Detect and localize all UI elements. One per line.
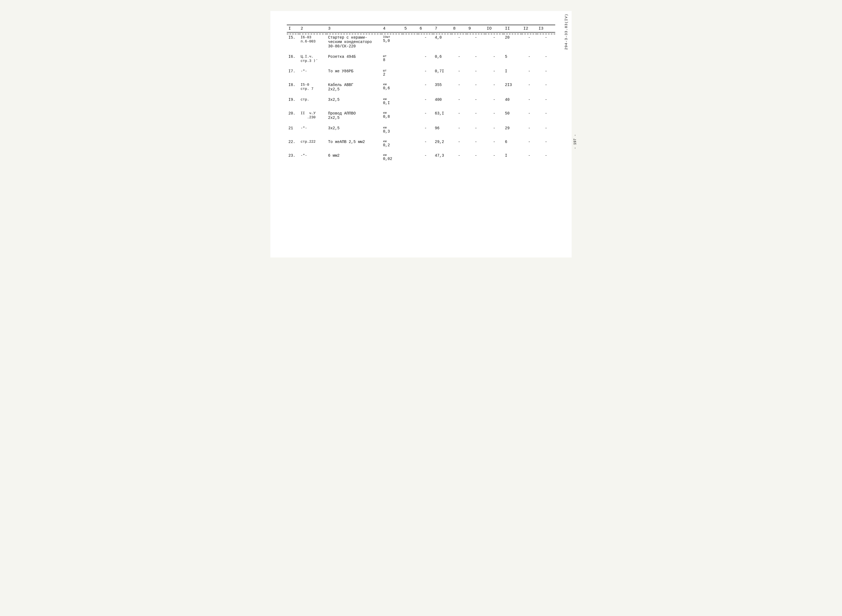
col-header-4: 4 xyxy=(381,25,403,32)
row-unit-qty: шт8 xyxy=(381,53,403,64)
col8-cell: - xyxy=(452,139,467,148)
col11-value: 6 xyxy=(503,139,522,148)
unit-label: км xyxy=(383,83,401,86)
col-header-7: 7 xyxy=(433,25,452,32)
col-header-11: II xyxy=(503,25,522,32)
unit-label: шт xyxy=(383,54,401,58)
col6-cell: - xyxy=(418,68,433,78)
qty-value: 0,3 xyxy=(383,129,390,133)
row-ref: стр.222 xyxy=(299,139,327,148)
col11-value: 2I3 xyxy=(503,82,522,92)
row-desc: 3х2,5 xyxy=(327,97,381,106)
col11-value: 40 xyxy=(503,97,522,106)
unit-label: км xyxy=(383,140,401,143)
col6-cell: - xyxy=(418,152,433,162)
row-unit-qty: км0,6 xyxy=(381,82,403,92)
qty-value: 0,2 xyxy=(383,143,390,147)
col9-cell: - xyxy=(467,53,485,64)
row-unit-qty: IОшт5,0 xyxy=(381,34,403,50)
row-unit-qty: км0,I xyxy=(381,97,403,106)
col13-cell: - xyxy=(537,139,555,148)
col11-value: I xyxy=(503,68,522,78)
spacer-row xyxy=(287,64,555,68)
col5-cell xyxy=(403,68,418,78)
col13-cell: - xyxy=(537,34,555,50)
col6-cell: - xyxy=(418,53,433,64)
col13-cell: - xyxy=(537,68,555,78)
row-num: 21 xyxy=(287,125,299,135)
col7-value: 4,0 xyxy=(433,34,452,50)
col-header-9: 9 xyxy=(467,25,485,32)
col12-cell: - xyxy=(522,82,537,92)
page-container: 294-3-33.83(IV) I 2 3 4 5 6 xyxy=(270,11,572,257)
table-row: I8.I5-0 стр. 7Кабель АВВГ 2х2,5км0,6-355… xyxy=(287,82,555,92)
col-header-12: I2 xyxy=(522,25,537,32)
row-unit-qty: км0,3 xyxy=(381,125,403,135)
col5-cell xyxy=(403,97,418,106)
col11-value: 50 xyxy=(503,110,522,121)
spacer-row xyxy=(287,121,555,125)
col-header-10: IO xyxy=(485,25,503,32)
unit-label: км xyxy=(383,111,401,114)
col-header-3: 3 xyxy=(327,25,381,32)
row-desc: То же У86РБ xyxy=(327,68,381,78)
unit-label: км xyxy=(383,126,401,129)
col5-cell xyxy=(403,82,418,92)
col6-cell: - xyxy=(418,97,433,106)
row-desc: Кабель АВВГ 2х2,5 xyxy=(327,82,381,92)
col9-cell: - xyxy=(467,97,485,106)
col7-value: 63,I xyxy=(433,110,452,121)
col8-cell: - xyxy=(452,68,467,78)
side-page-number: - 197 - xyxy=(573,134,577,149)
col-header-2: 2 xyxy=(299,25,327,32)
row-desc: Провод АППВО 2х2,5 xyxy=(327,110,381,121)
row-num: 22. xyxy=(287,139,299,148)
col9-cell: - xyxy=(467,34,485,50)
qty-value: 0,8 xyxy=(383,114,390,119)
col5-cell xyxy=(403,152,418,162)
col6-cell: - xyxy=(418,125,433,135)
qty-value: 2 xyxy=(383,72,385,77)
spacer-row xyxy=(287,106,555,110)
col10-cell: - xyxy=(485,125,503,135)
row-num: I8. xyxy=(287,82,299,92)
qty-value: 0,02 xyxy=(383,157,392,161)
col12-cell: - xyxy=(522,125,537,135)
col10-cell: - xyxy=(485,139,503,148)
table-row: I5.I6-03 п.6-003Стартер с керами- ческим… xyxy=(287,34,555,50)
row-desc: Розетка 494Б xyxy=(327,53,381,64)
col8-cell: - xyxy=(452,97,467,106)
col7-value: 355 xyxy=(433,82,452,92)
col6-cell: - xyxy=(418,82,433,92)
table-row: 23.-"-6 мм2км0,02-47,3---I-- xyxy=(287,152,555,162)
row-num: I7. xyxy=(287,68,299,78)
col8-cell: - xyxy=(452,53,467,64)
row-num: I5. xyxy=(287,34,299,50)
row-desc: Стартер с керами- ческим конденсаторо 30… xyxy=(327,34,381,50)
spacer-row xyxy=(287,135,555,139)
row-ref: стр. xyxy=(299,97,327,106)
col6-cell: - xyxy=(418,139,433,148)
col8-cell: - xyxy=(452,125,467,135)
row-unit-qty: шт2 xyxy=(381,68,403,78)
col5-cell xyxy=(403,125,418,135)
col-header-6: 6 xyxy=(418,25,433,32)
col11-value: 5 xyxy=(503,53,522,64)
col7-value: 0,6 xyxy=(433,53,452,64)
col13-cell: - xyxy=(537,125,555,135)
qty-value: 8 xyxy=(383,58,385,62)
spacer-row xyxy=(287,50,555,53)
col13-cell: - xyxy=(537,82,555,92)
table-row: I6.Ц.I.ч. стр.3 )̈Розетка 494Бшт8-0,6---… xyxy=(287,53,555,64)
col12-cell: - xyxy=(522,97,537,106)
col7-value: 400 xyxy=(433,97,452,106)
col10-cell: - xyxy=(485,34,503,50)
header-row: I 2 3 4 5 6 7 8 9 IO II I2 I3 xyxy=(287,25,555,32)
col5-cell xyxy=(403,110,418,121)
qty-value: 0,6 xyxy=(383,86,390,90)
unit-label: IОшт xyxy=(383,35,401,39)
table-row: 21-"-3х2,5км0,3-96---29-- xyxy=(287,125,555,135)
col12-cell: - xyxy=(522,110,537,121)
qty-value: 5,0 xyxy=(383,39,390,43)
row-unit-qty: км0,2 xyxy=(381,139,403,148)
